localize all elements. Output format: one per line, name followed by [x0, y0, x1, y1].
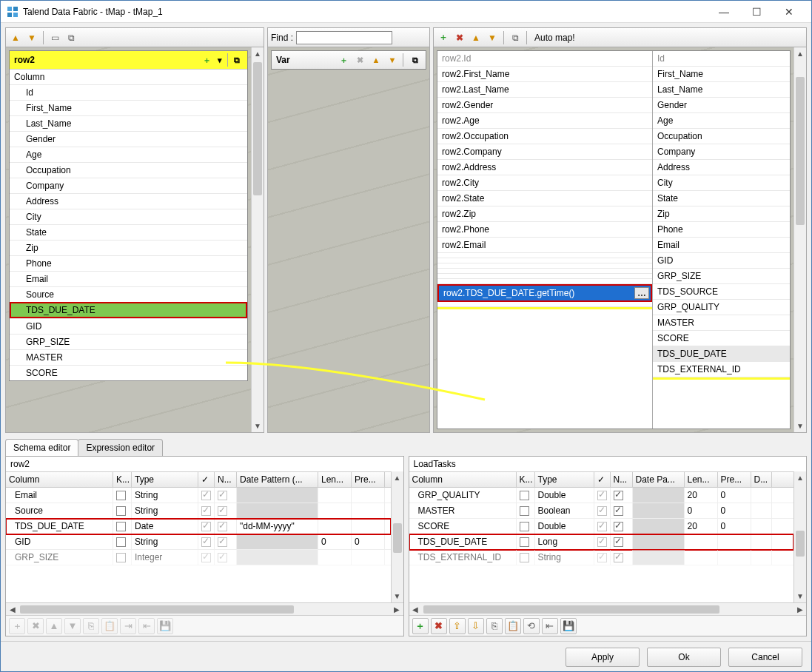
- schema-row[interactable]: GRP_SIZEInteger: [6, 550, 391, 565]
- schema-cell[interactable]: Integer: [132, 550, 198, 565]
- output-column[interactable]: Id: [653, 51, 790, 67]
- output-expression[interactable]: row2.City: [437, 175, 652, 191]
- schema-cell[interactable]: [633, 503, 685, 518]
- schema-cell[interactable]: [517, 534, 535, 549]
- output-column[interactable]: SCORE: [653, 331, 790, 346]
- schema-row[interactable]: TDS_DUE_DATEDate"dd-MM-yyyy": [6, 519, 391, 534]
- var-add-icon[interactable]: ＋: [338, 54, 349, 66]
- output-expression[interactable]: row2.Gender: [437, 98, 652, 113]
- output-expression[interactable]: row2.Age: [437, 113, 652, 129]
- schema-col-header[interactable]: N...: [215, 472, 237, 487]
- sl-import-button[interactable]: ⇥: [120, 618, 136, 634]
- schema-col-header[interactable]: Pre...: [352, 472, 385, 487]
- input-column-item[interactable]: GID: [10, 318, 247, 334]
- schema-cell[interactable]: String: [132, 503, 198, 518]
- input-column-item[interactable]: TDS_DUE_DATE: [10, 302, 247, 318]
- schema-col-header[interactable]: Len...: [685, 472, 718, 487]
- schema-col-header[interactable]: Column: [409, 472, 517, 487]
- schema-cell[interactable]: Double: [535, 519, 594, 534]
- schema-cell[interactable]: 0: [685, 503, 718, 518]
- schema-col-header[interactable]: Column: [6, 472, 113, 487]
- schema-cell[interactable]: [611, 488, 633, 503]
- schema-row[interactable]: TDS_DUE_DATELong: [409, 534, 794, 550]
- tab-schema-editor[interactable]: Schema editor: [5, 439, 78, 456]
- output-column[interactable]: Address: [653, 160, 790, 175]
- output-column[interactable]: TDS_EXTERNAL_ID: [653, 362, 790, 377]
- schema-cell[interactable]: [113, 550, 132, 565]
- schema-cell[interactable]: TDS_DUE_DATE: [6, 519, 113, 534]
- schema-cell[interactable]: [633, 488, 685, 503]
- input-scrollbar[interactable]: ▲ ▼: [251, 47, 264, 432]
- schema-cell[interactable]: [517, 519, 535, 534]
- add-icon[interactable]: ＋: [201, 54, 212, 66]
- schema-cell[interactable]: TDS_EXTERNAL_ID: [409, 550, 517, 565]
- schema-col-header[interactable]: ✓: [198, 472, 215, 487]
- schema-col-header[interactable]: Date Pattern (...: [237, 472, 318, 487]
- sr-down-button[interactable]: ⇩: [468, 618, 484, 634]
- schema-cell[interactable]: [751, 503, 772, 518]
- schema-cell[interactable]: [237, 488, 318, 503]
- schema-cell[interactable]: [517, 488, 535, 503]
- schema-cell[interactable]: SCORE: [409, 519, 517, 534]
- schema-cell[interactable]: [685, 550, 718, 565]
- schema-cell[interactable]: String: [132, 488, 198, 503]
- schema-cell[interactable]: Date: [132, 519, 198, 534]
- output-column[interactable]: Age: [653, 113, 790, 129]
- schema-cell[interactable]: [633, 534, 685, 549]
- move-down-icon[interactable]: ▼: [25, 31, 38, 44]
- schema-cell[interactable]: [318, 550, 352, 565]
- out-down-icon[interactable]: ▼: [486, 31, 499, 44]
- schema-cell[interactable]: [594, 519, 611, 534]
- schema-cell[interactable]: [198, 519, 215, 534]
- output-expression[interactable]: [437, 258, 652, 263]
- schema-cell[interactable]: Boolean: [535, 503, 594, 518]
- schema-cell[interactable]: [215, 519, 237, 534]
- input-table-header[interactable]: row2 ＋ ▾ ⧉: [10, 51, 247, 69]
- schema-cell[interactable]: [611, 519, 633, 534]
- schema-cell[interactable]: [594, 488, 611, 503]
- schema-row[interactable]: SourceString: [6, 503, 391, 519]
- schema-cell[interactable]: [237, 550, 318, 565]
- output-column[interactable]: Zip: [653, 206, 790, 222]
- output-expression[interactable]: [437, 279, 652, 284]
- schema-cell[interactable]: [318, 488, 352, 503]
- schema-cell[interactable]: [611, 503, 633, 518]
- var-down-icon[interactable]: ▼: [386, 54, 398, 66]
- schema-cell[interactable]: [198, 503, 215, 518]
- schema-cell[interactable]: "dd-MM-yyyy": [237, 519, 318, 534]
- cancel-button[interactable]: Cancel: [728, 648, 802, 667]
- output-expression[interactable]: row2.State: [437, 191, 652, 206]
- schema-cell[interactable]: 20: [685, 519, 718, 534]
- sl-up-button[interactable]: ▲: [46, 618, 62, 634]
- schema-cell[interactable]: [215, 503, 237, 518]
- sr-remove-button[interactable]: ✖: [431, 618, 447, 634]
- schema-cell[interactable]: [751, 488, 772, 503]
- sr-save-button[interactable]: 💾: [560, 618, 577, 634]
- output-column[interactable]: GID: [653, 253, 790, 269]
- schema-cell[interactable]: 20: [685, 488, 718, 503]
- sl-export-button[interactable]: ⇤: [138, 618, 155, 634]
- schema-col-header[interactable]: K...: [517, 472, 535, 487]
- schema-cell[interactable]: [594, 503, 611, 518]
- schema-cell[interactable]: 0: [718, 488, 751, 503]
- schema-cell[interactable]: [318, 503, 352, 518]
- output-column[interactable]: State: [653, 191, 790, 206]
- schema-cell[interactable]: 0: [318, 534, 352, 549]
- sr-export-button[interactable]: ⇤: [542, 618, 558, 634]
- sr-copy-button[interactable]: ⎘: [486, 618, 503, 634]
- schema-cell[interactable]: String: [535, 550, 594, 565]
- schema-left-hscroll[interactable]: ◀ ▶: [6, 602, 403, 615]
- schema-cell[interactable]: [751, 550, 772, 565]
- schema-cell[interactable]: [237, 534, 318, 549]
- schema-cell[interactable]: [113, 534, 132, 549]
- input-column-item[interactable]: Age: [10, 147, 247, 162]
- schema-cell[interactable]: [718, 534, 751, 549]
- output-expression[interactable]: [437, 269, 652, 274]
- schema-cell[interactable]: [318, 519, 352, 534]
- schema-cell[interactable]: Source: [6, 503, 113, 518]
- sl-remove-button[interactable]: ✖: [27, 618, 44, 634]
- schema-cell[interactable]: [352, 519, 385, 534]
- schema-cell[interactable]: [751, 519, 772, 534]
- schema-right-vscroll[interactable]: ▲ ▼: [793, 471, 806, 602]
- schema-cell[interactable]: [113, 503, 132, 518]
